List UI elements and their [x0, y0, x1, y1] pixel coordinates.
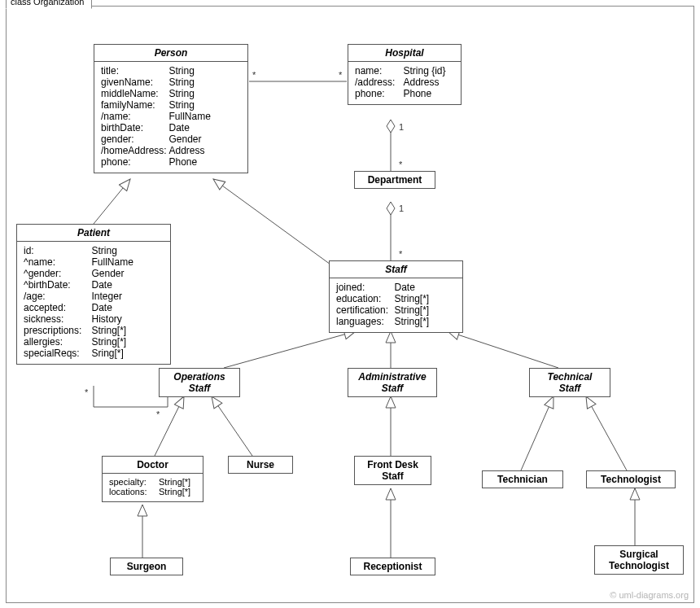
frame-title: class Organization: [6, 0, 92, 9]
class-doctor: Doctor specialty:String[*]locations:Stri…: [102, 456, 203, 502]
mult-dept-staff-star: *: [399, 249, 402, 259]
mult-patient-ops-left: *: [85, 387, 88, 397]
class-technologist: Technologist: [586, 470, 676, 488]
class-title: Patient: [17, 225, 170, 242]
class-attrs: joined:Dateeducation:String[*]certificat…: [330, 278, 462, 332]
class-patient: Patient id:String^name:FullName^gender:G…: [16, 224, 171, 365]
class-surgeon: Surgeon: [110, 558, 183, 575]
class-title: Surgical Technologist: [595, 546, 683, 574]
class-title: Technician: [483, 471, 562, 488]
class-title: Hospital: [348, 45, 461, 62]
class-attrs: id:String^name:FullName^gender:Gender^bi…: [17, 242, 170, 364]
class-nurse: Nurse: [228, 456, 293, 474]
mult-person-hospital-left: *: [252, 70, 256, 80]
class-attrs: name:String {id}/address:Addressphone:Ph…: [348, 62, 461, 104]
class-title: Technical Staff: [530, 369, 610, 396]
class-operations-staff: Operations Staff: [159, 368, 240, 397]
svg-line-10: [448, 331, 558, 368]
class-technical-staff: Technical Staff: [529, 368, 610, 397]
class-title: Department: [355, 172, 435, 188]
class-title: Administrative Staff: [348, 369, 436, 396]
svg-line-12: [212, 396, 252, 456]
mult-patient-ops-right: *: [156, 409, 160, 419]
class-title: Person: [94, 45, 247, 62]
mult-person-hospital-right: *: [339, 70, 342, 80]
svg-line-15: [586, 396, 627, 470]
class-title: Receptionist: [351, 558, 435, 575]
class-surgical-technologist: Surgical Technologist: [594, 545, 684, 575]
class-administrative-staff: Administrative Staff: [348, 368, 437, 397]
class-title: Doctor: [103, 457, 203, 474]
mult-dept-staff-1: 1: [399, 203, 404, 213]
svg-line-14: [521, 396, 553, 470]
svg-line-11: [155, 396, 184, 456]
class-technician: Technician: [482, 470, 563, 488]
class-title: Front Desk Staff: [355, 457, 431, 484]
class-staff: Staff joined:Dateeducation:String[*]cert…: [329, 260, 463, 333]
svg-line-4: [213, 179, 336, 269]
mult-hospital-dept-star: *: [399, 160, 402, 169]
class-title: Technologist: [587, 471, 675, 488]
class-title: Nurse: [229, 457, 292, 473]
class-person: Person title:StringgivenName:Stringmiddl…: [94, 44, 248, 173]
svg-line-8: [224, 331, 356, 368]
class-front-desk-staff: Front Desk Staff: [354, 456, 431, 485]
class-attrs: specialty:String[*]locations:String[*]: [103, 474, 203, 501]
class-title: Operations Staff: [160, 369, 239, 396]
class-hospital: Hospital name:String {id}/address:Addres…: [348, 44, 462, 105]
class-department: Department: [354, 171, 435, 189]
mult-hospital-dept-1: 1: [399, 122, 404, 132]
class-title: Surgeon: [111, 558, 182, 575]
class-attrs: title:StringgivenName:StringmiddleName:S…: [94, 62, 247, 173]
svg-line-3: [94, 179, 130, 224]
class-title: Staff: [330, 261, 462, 278]
class-receptionist: Receptionist: [350, 558, 435, 575]
